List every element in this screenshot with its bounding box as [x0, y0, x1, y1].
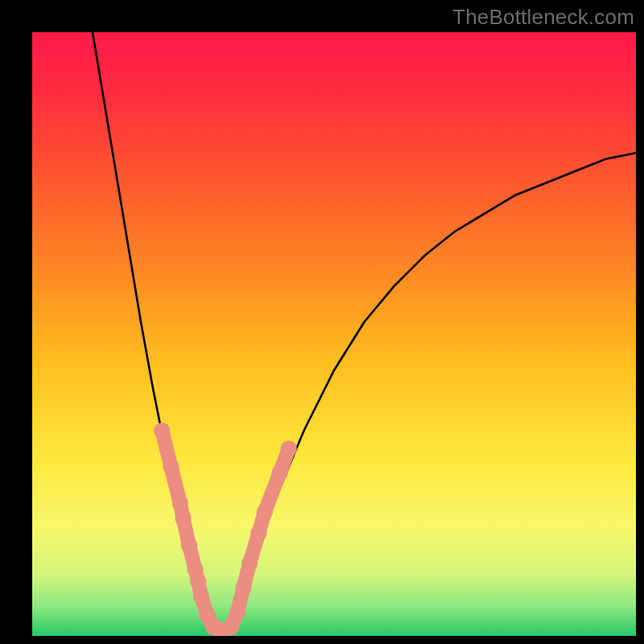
- marker-dot: [257, 504, 273, 520]
- chart-frame: TheBottleneck.com: [0, 0, 644, 644]
- marker-dot: [163, 459, 179, 475]
- marker-dot: [229, 604, 246, 620]
- marker-connector: [162, 431, 289, 630]
- marker-dot: [172, 495, 188, 511]
- marker-dot: [250, 525, 266, 541]
- watermark-text: TheBottleneck.com: [452, 5, 634, 30]
- marker-dot: [242, 555, 258, 572]
- marker-dot: [181, 537, 197, 553]
- plot-area: [32, 32, 636, 636]
- marker-dot: [193, 588, 209, 605]
- marker-dot: [223, 619, 239, 635]
- marker-dot: [281, 440, 297, 456]
- marker-dot: [175, 510, 191, 526]
- curve-right-arm: [232, 153, 637, 630]
- marker-dot: [154, 423, 170, 439]
- marker-dot: [235, 580, 251, 596]
- marker-dot: [190, 573, 206, 589]
- marker-dot: [271, 464, 287, 481]
- chart-curves: [32, 32, 636, 636]
